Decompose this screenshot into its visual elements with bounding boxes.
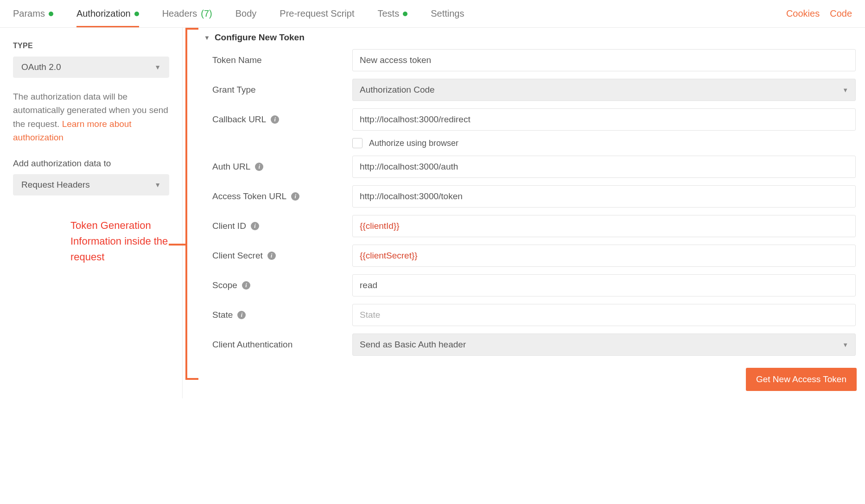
row-grant-type: Grant Type Authorization Code ▼ (203, 75, 857, 105)
type-label: TYPE (13, 42, 169, 50)
row-scope: Scope i (203, 271, 857, 300)
chevron-down-icon: ▼ (154, 181, 161, 189)
label: Client Secret (212, 251, 263, 261)
tab-label: Tests (377, 8, 399, 19)
chevron-down-icon: ▼ (204, 34, 210, 41)
annotation-bracket (183, 28, 201, 398)
token-url-input[interactable] (352, 185, 856, 208)
callback-url-input[interactable] (352, 108, 856, 131)
chevron-down-icon: ▼ (842, 341, 848, 348)
row-authorize-browser: Authorize using browser (203, 134, 857, 152)
label: State (212, 310, 233, 320)
row-token-name: Token Name (203, 45, 857, 75)
label: Auth URL (212, 162, 250, 172)
label: Callback URL (212, 114, 266, 125)
row-client-auth: Client Authentication Send as Basic Auth… (203, 330, 857, 359)
client-id-input[interactable] (352, 215, 856, 237)
get-new-access-token-button[interactable]: Get New Access Token (746, 368, 857, 391)
token-config-panel: ▼ Configure New Token Token Name Grant T… (201, 28, 865, 398)
row-client-id: Client ID i (203, 211, 857, 241)
chevron-down-icon: ▼ (842, 87, 848, 94)
row-state: State i (203, 300, 857, 330)
bracket-line (185, 28, 198, 30)
tab-label: Pre-request Script (280, 8, 354, 19)
section-title: Configure New Token (215, 32, 305, 43)
tab-label: Authorization (76, 8, 131, 19)
bracket-line (169, 244, 185, 246)
tab-label: Settings (431, 8, 464, 19)
info-icon[interactable]: i (237, 311, 246, 319)
tab-body[interactable]: Body (235, 0, 257, 27)
status-dot-icon (403, 12, 407, 16)
scope-input[interactable] (352, 274, 856, 296)
label: Token Name (212, 55, 262, 65)
tab-params[interactable]: Params (13, 0, 53, 27)
info-icon[interactable]: i (251, 222, 259, 230)
tab-label: Headers (162, 8, 197, 19)
label: Client Authentication (212, 340, 293, 350)
label: Access Token URL (212, 191, 286, 202)
token-name-input[interactable] (352, 49, 856, 71)
client-auth-value: Send as Basic Auth header (360, 340, 466, 350)
row-auth-url: Auth URL i (203, 152, 857, 182)
client-secret-input[interactable] (352, 245, 856, 267)
tab-label: Body (235, 8, 257, 19)
checkbox-label: Authorize using browser (369, 139, 458, 148)
chevron-down-icon: ▼ (154, 63, 161, 71)
tab-settings[interactable]: Settings (431, 0, 464, 27)
auth-type-select[interactable]: OAuth 2.0 ▼ (13, 57, 169, 78)
bracket-line (185, 28, 187, 380)
info-icon[interactable]: i (291, 192, 299, 201)
info-icon[interactable]: i (255, 163, 263, 171)
info-icon[interactable]: i (271, 115, 279, 124)
auth-side-panel: TYPE OAuth 2.0 ▼ The authorization data … (0, 28, 183, 398)
request-tabs: Params Authorization Headers (7) Body Pr… (0, 0, 865, 28)
addto-label: Add authorization data to (13, 158, 169, 169)
tab-authorization[interactable]: Authorization (76, 0, 139, 27)
state-input[interactable] (352, 304, 856, 326)
annotation-label: Token Generation Information inside the … (70, 218, 179, 265)
tab-prerequest[interactable]: Pre-request Script (280, 0, 354, 27)
row-client-secret: Client Secret i (203, 241, 857, 271)
cookies-link[interactable]: Cookies (786, 8, 820, 19)
grant-type-value: Authorization Code (360, 85, 435, 95)
client-auth-select[interactable]: Send as Basic Auth header ▼ (352, 334, 856, 356)
grant-type-select[interactable]: Authorization Code ▼ (352, 79, 856, 101)
bracket-line (185, 378, 198, 380)
status-dot-icon (49, 12, 53, 16)
auth-url-input[interactable] (352, 156, 856, 178)
row-callback-url: Callback URL i (203, 105, 857, 134)
addto-value: Request Headers (21, 180, 90, 190)
code-link[interactable]: Code (830, 8, 852, 19)
auth-type-value: OAuth 2.0 (21, 62, 61, 72)
info-icon[interactable]: i (242, 281, 250, 290)
info-icon[interactable]: i (267, 252, 276, 260)
addto-select[interactable]: Request Headers ▼ (13, 174, 169, 195)
row-token-url: Access Token URL i (203, 182, 857, 211)
tabs-left: Params Authorization Headers (7) Body Pr… (13, 0, 464, 27)
section-header[interactable]: ▼ Configure New Token (203, 28, 857, 45)
tab-headers[interactable]: Headers (7) (162, 0, 212, 27)
label: Grant Type (212, 85, 256, 95)
tab-label: Params (13, 8, 45, 19)
label: Scope (212, 280, 237, 290)
headers-count: (7) (201, 8, 212, 19)
status-dot-icon (134, 12, 139, 16)
tabs-right: Cookies Code (786, 8, 852, 19)
label: Client ID (212, 221, 246, 231)
auth-description: The authorization data will be automatic… (13, 90, 169, 145)
tab-tests[interactable]: Tests (377, 0, 407, 27)
authorize-browser-checkbox[interactable] (352, 138, 363, 148)
